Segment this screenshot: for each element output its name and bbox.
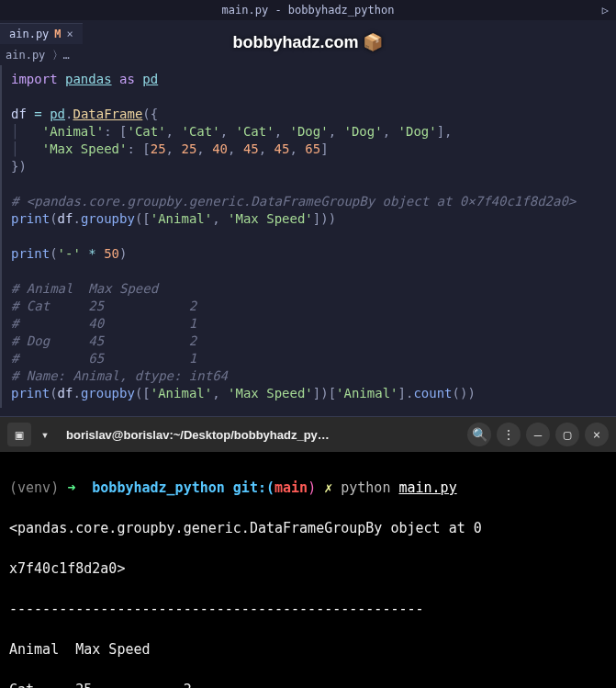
- code-editor[interactable]: import pandas as pd df = pd.DataFrame({ …: [0, 65, 616, 408]
- menu-icon[interactable]: ⋮: [497, 423, 521, 446]
- watermark: bobbyhadz.com 📦: [232, 32, 383, 52]
- tab-main-py[interactable]: ain.py M ×: [0, 23, 83, 44]
- tab-filename: ain.py: [9, 28, 49, 40]
- window-title-bar: main.py - bobbyhadz_python ▷: [0, 0, 616, 20]
- new-tab-button[interactable]: ▣: [7, 423, 31, 446]
- minimize-icon[interactable]: –: [526, 423, 550, 446]
- window-title: main.py - bobbyhadz_python: [222, 0, 395, 20]
- close-icon[interactable]: ×: [67, 28, 73, 40]
- close-terminal-icon[interactable]: ×: [585, 423, 609, 446]
- terminal-title: borislav@borislav:~/Desktop/bobbyhadz_py…: [59, 428, 462, 442]
- maximize-icon[interactable]: ▢: [555, 423, 579, 446]
- terminal-output[interactable]: (venv) ➜ bobbyhadz_python git:(main) ✗ p…: [0, 452, 616, 688]
- tab-dropdown-icon[interactable]: ▾: [37, 427, 53, 442]
- next-editor-icon[interactable]: ▷: [602, 0, 609, 20]
- terminal-header: ▣ ▾ borislav@borislav:~/Desktop/bobbyhad…: [0, 417, 616, 452]
- terminal-panel: ▣ ▾ borislav@borislav:~/Desktop/bobbyhad…: [0, 416, 616, 688]
- tab-modified-indicator: M: [54, 28, 61, 40]
- search-icon[interactable]: 🔍: [467, 423, 491, 446]
